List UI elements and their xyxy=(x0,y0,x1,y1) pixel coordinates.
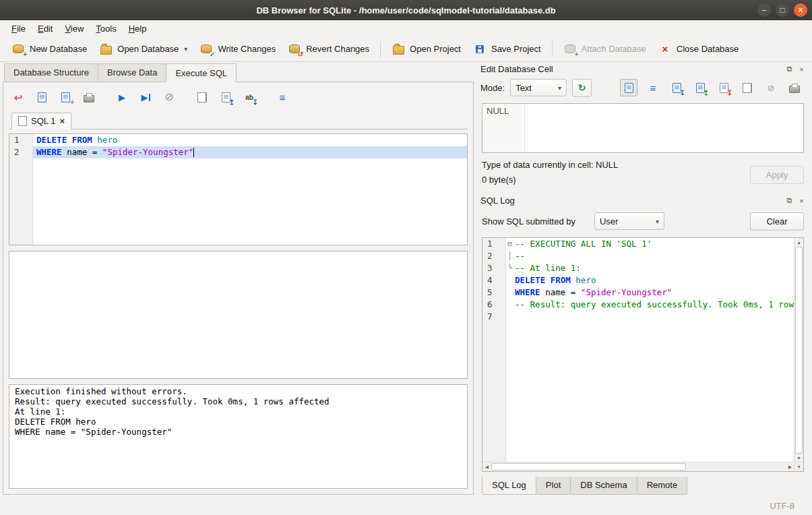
stop-button[interactable]: ⊘ xyxy=(161,89,177,105)
fold-marker-icon[interactable]: │ xyxy=(505,250,514,262)
menu-file[interactable]: File xyxy=(5,22,32,36)
open-project-button[interactable]: Open Project xyxy=(385,38,467,60)
edit-cell-header: Edit Database Cell ⧉ × xyxy=(476,62,809,76)
open-database-icon xyxy=(99,42,113,56)
sql-log-view[interactable]: 1⊟-- EXECUTING ALL IN 'SQL 1'2│--3└-- At… xyxy=(482,237,804,472)
sql-tab-bar: SQL 1 × xyxy=(9,111,468,129)
tab-remote[interactable]: Remote xyxy=(637,477,688,495)
minimize-button[interactable]: – xyxy=(757,3,771,17)
menu-view[interactable]: View xyxy=(59,22,90,36)
scrollbar-thumb[interactable] xyxy=(795,247,803,454)
code-line: 7 xyxy=(482,311,794,323)
attach-database-button[interactable]: + Attach Database xyxy=(557,38,652,60)
scroll-left-icon[interactable]: ◀ xyxy=(482,462,491,471)
import-cell-button[interactable]: ↧ xyxy=(668,80,685,96)
cell-editor[interactable]: NULL xyxy=(482,103,804,153)
float-panel-icon[interactable]: ⧉ xyxy=(784,64,794,74)
toolbar-separator xyxy=(552,41,553,57)
tab-browse-data[interactable]: Browse Data xyxy=(98,63,166,82)
scroll-down-icon[interactable]: ▼ xyxy=(797,464,801,469)
maximize-button[interactable]: □ xyxy=(776,3,789,17)
close-tab-icon[interactable]: × xyxy=(59,117,65,125)
export-csv-icon xyxy=(195,90,209,104)
sql-log-header: SQL Log ⧉ × xyxy=(476,193,809,208)
chevron-down-icon: ▾ xyxy=(656,218,659,225)
close-database-icon: × xyxy=(658,42,672,56)
text-caret xyxy=(193,148,194,157)
apply-button[interactable]: Apply xyxy=(750,166,804,184)
save-sql-file-as-button[interactable]: + xyxy=(57,89,73,105)
menu-bar: File Edit View Tools Help xyxy=(0,20,812,36)
import-cell-icon: ↧ xyxy=(670,81,683,94)
menu-tools[interactable]: Tools xyxy=(90,22,122,36)
set-null-icon: ⊘ xyxy=(768,84,775,92)
tab-database-structure[interactable]: Database Structure xyxy=(4,63,98,82)
sql-tab[interactable]: SQL 1 × xyxy=(11,113,71,129)
tab-plot[interactable]: Plot xyxy=(536,477,571,495)
code-line: 1⊟-- EXECUTING ALL IN 'SQL 1' xyxy=(482,238,794,250)
revert-changes-icon: ↺ xyxy=(288,42,301,56)
tab-db-schema[interactable]: DB Schema xyxy=(570,477,637,495)
format-sql-button[interactable]: ≡ xyxy=(274,89,290,105)
save-cell-button[interactable]: ↧ xyxy=(716,80,732,96)
open-sql-file-button[interactable]: ↩ xyxy=(10,89,26,105)
mode-select[interactable]: Text ▾ xyxy=(510,79,567,96)
title-bar: DB Browser for SQLite - /home/user/code/… xyxy=(0,0,812,21)
right-pane: Edit Database Cell ⧉ × Mode: Text ▾ ↻ ≡ … xyxy=(476,62,809,496)
export-cell-button[interactable]: ↥ xyxy=(692,80,708,96)
export-cell-icon: ↥ xyxy=(693,81,707,94)
message-line: Execution finished without errors. xyxy=(15,386,462,396)
horizontal-scrollbar[interactable]: ◀ ▶ xyxy=(482,462,794,471)
window-controls: – □ × xyxy=(757,3,807,17)
text-mode-button[interactable] xyxy=(620,79,637,96)
scrollbar-thumb[interactable] xyxy=(491,463,686,471)
float-panel-icon[interactable]: ⧉ xyxy=(784,195,794,206)
menu-help[interactable]: Help xyxy=(123,22,153,36)
tab-execute-sql[interactable]: Execute SQL xyxy=(166,63,237,82)
save-project-button[interactable]: Save Project xyxy=(467,38,547,60)
save-sql-file-button[interactable] xyxy=(34,89,50,105)
clear-button[interactable]: Clear xyxy=(750,212,804,231)
execute-current-line-button[interactable]: ▶ xyxy=(137,89,154,105)
copy-cell-icon xyxy=(741,81,754,94)
menu-edit[interactable]: Edit xyxy=(32,22,59,36)
word-wrap-button[interactable]: ≡ xyxy=(645,80,661,96)
copy-cell-button[interactable] xyxy=(739,80,755,96)
sql-editor[interactable]: 1DELETE FROM hero2WHERE name = "Spider-Y… xyxy=(9,133,468,245)
open-database-button[interactable]: Open Database ▾ xyxy=(93,38,193,60)
fold-marker-icon[interactable] xyxy=(505,299,514,311)
auto-detect-button[interactable]: ↻ xyxy=(572,79,592,97)
close-panel-icon[interactable]: × xyxy=(797,64,807,74)
sql-tab-label: SQL 1 xyxy=(31,116,55,126)
fold-marker-icon[interactable]: └ xyxy=(505,262,514,274)
export-csv-button[interactable] xyxy=(194,89,210,105)
open-project-icon xyxy=(392,42,405,56)
vertical-scrollbar[interactable]: ▲ ▼ xyxy=(794,238,803,462)
format-sql-icon: ≡ xyxy=(280,92,286,102)
revert-changes-button[interactable]: ↺ Revert Changes xyxy=(282,38,375,60)
chevron-down-icon[interactable]: ▾ xyxy=(184,45,187,53)
save-sql-file-as-icon: + xyxy=(59,90,72,104)
submitted-by-select[interactable]: User ▾ xyxy=(594,212,664,230)
print-button[interactable] xyxy=(81,89,97,105)
close-button[interactable]: × xyxy=(794,3,807,17)
fold-marker-icon[interactable] xyxy=(505,286,514,299)
new-database-button[interactable]: + New Database xyxy=(5,38,93,60)
set-null-button[interactable]: ⊘ xyxy=(763,80,779,96)
results-grid[interactable] xyxy=(9,251,468,379)
fold-marker-icon[interactable] xyxy=(505,311,514,323)
tab-sql-log[interactable]: SQL Log xyxy=(482,477,536,495)
execute-all-button[interactable]: ▶ xyxy=(114,89,130,105)
close-panel-icon[interactable]: × xyxy=(797,195,807,206)
save-results-button[interactable]: ↥ xyxy=(218,89,234,105)
write-changes-button[interactable]: ✓ Write Changes xyxy=(193,38,282,60)
fold-marker-icon[interactable]: ⊟ xyxy=(505,238,514,250)
cell-toolbar: ≡ ↧ ↥ ↧ ⊘ xyxy=(620,79,805,96)
scroll-up-icon[interactable]: ▲ xyxy=(794,238,803,247)
close-database-button[interactable]: × Close Database xyxy=(652,38,745,60)
find-replace-button[interactable]: ab↧ xyxy=(241,89,257,105)
save-sql-file-icon xyxy=(35,90,49,104)
print-cell-button[interactable] xyxy=(786,80,803,96)
fold-marker-icon[interactable] xyxy=(505,274,514,286)
refresh-icon: ↻ xyxy=(578,82,586,93)
